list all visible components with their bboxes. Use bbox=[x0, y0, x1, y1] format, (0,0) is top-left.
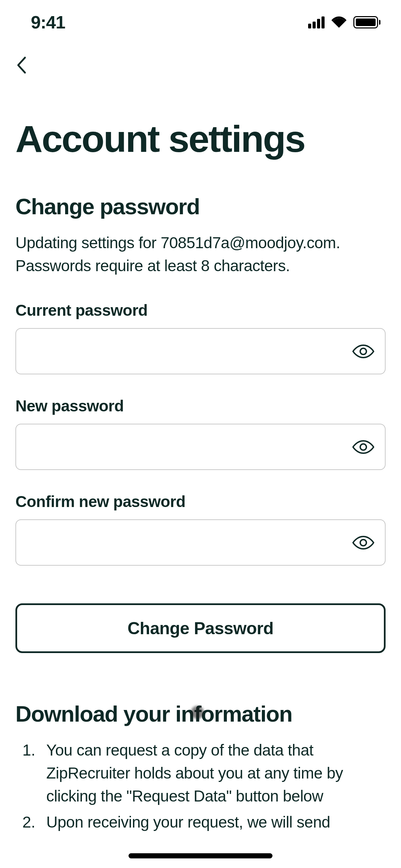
change-password-title: Change password bbox=[15, 194, 386, 219]
new-password-label: New password bbox=[15, 397, 386, 415]
status-icons bbox=[308, 15, 380, 29]
wifi-icon bbox=[331, 15, 347, 29]
chevron-left-icon bbox=[15, 56, 26, 74]
home-indicator[interactable] bbox=[129, 853, 272, 858]
cellular-signal-icon bbox=[308, 16, 325, 28]
page-title: Account settings bbox=[15, 120, 386, 158]
new-password-field: New password bbox=[15, 397, 386, 470]
status-bar: 9:41 bbox=[0, 0, 401, 45]
list-item: You can request a copy of the data that … bbox=[39, 739, 386, 807]
svg-point-1 bbox=[360, 444, 366, 450]
back-button[interactable] bbox=[15, 55, 36, 75]
current-password-label: Current password bbox=[15, 301, 386, 320]
current-password-input[interactable] bbox=[15, 328, 386, 374]
confirm-password-input[interactable] bbox=[15, 519, 386, 566]
battery-icon bbox=[353, 16, 380, 28]
download-section: Download your information You can reques… bbox=[15, 701, 386, 834]
change-password-button[interactable]: Change Password bbox=[15, 603, 386, 653]
main-content: Account settings Change password Updatin… bbox=[0, 75, 401, 834]
download-info-title-text: Download your information bbox=[15, 701, 292, 726]
header bbox=[0, 45, 401, 75]
eye-icon bbox=[352, 439, 374, 455]
toggle-new-password-visibility[interactable] bbox=[351, 435, 375, 459]
svg-point-2 bbox=[360, 540, 366, 546]
change-password-description: Updating settings for 70851d7a@moodjoy.c… bbox=[15, 231, 386, 277]
toggle-current-password-visibility[interactable] bbox=[351, 339, 375, 363]
download-info-title: Download your information bbox=[15, 701, 386, 727]
confirm-password-field: Confirm new password bbox=[15, 492, 386, 566]
eye-icon bbox=[352, 535, 374, 550]
current-password-field: Current password bbox=[15, 301, 386, 374]
svg-point-0 bbox=[360, 348, 366, 354]
confirm-password-label: Confirm new password bbox=[15, 492, 386, 511]
new-password-input[interactable] bbox=[15, 424, 386, 470]
eye-icon bbox=[352, 344, 374, 359]
toggle-confirm-password-visibility[interactable] bbox=[351, 531, 375, 555]
download-info-list: You can request a copy of the data that … bbox=[15, 739, 386, 834]
list-item: Upon receiving your request, we will sen… bbox=[39, 811, 386, 834]
status-time: 9:41 bbox=[31, 12, 65, 33]
